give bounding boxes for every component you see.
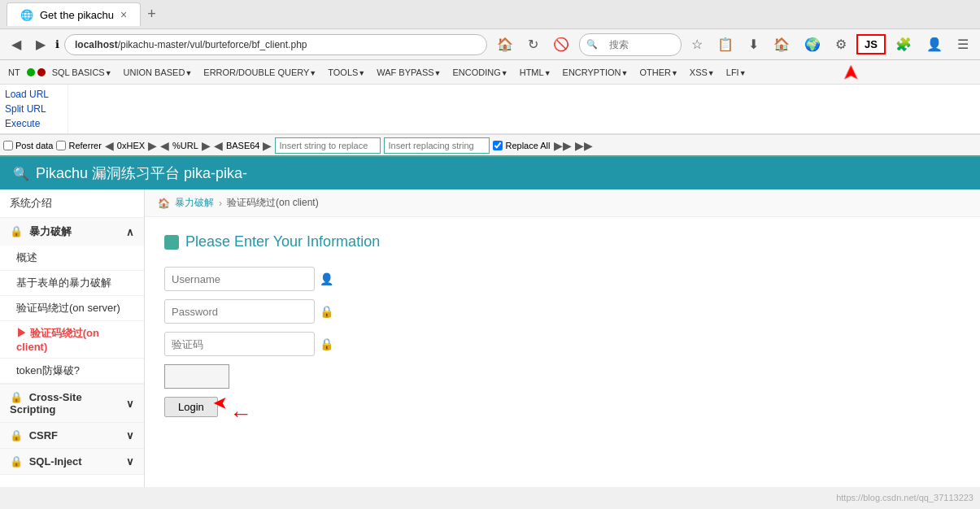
browser-tab[interactable]: 🌐 Get the pikachu × — [7, 2, 141, 26]
content-area: 🏠 暴力破解 › 验证码绕过(on client) Please Enter Y… — [145, 189, 980, 487]
sidebar-section-xss-header[interactable]: 🔒 Cross-Site Scripting ∨ — [0, 385, 144, 422]
sidebar-item-token[interactable]: token防爆破? — [0, 359, 144, 384]
user-button[interactable]: 👤 — [921, 35, 947, 54]
globe-button[interactable]: 🌍 — [799, 35, 825, 54]
captcha-image-container — [164, 364, 960, 389]
referrer-label: Referrer — [68, 141, 101, 150]
referrer-checkbox[interactable] — [56, 141, 66, 150]
content-body: Please Enter Your Information 👤 🔒 🔒 — [145, 217, 980, 442]
arrow-left-2[interactable]: ◀ — [160, 139, 169, 152]
breadcrumb-home-icon: 🏠 — [158, 198, 170, 209]
bookmark-button[interactable]: ☆ — [686, 35, 708, 54]
base64-label: BASE64 — [226, 141, 260, 150]
url-section: Load URL Split URL Execute — [0, 85, 980, 134]
sidebar-item-captcha-client[interactable]: 验证码绕过(on client) — [0, 321, 144, 359]
post-data-label: Post data — [15, 141, 53, 150]
settings-button[interactable]: ⚙ — [830, 35, 852, 54]
sqli-chevron: ∨ — [126, 455, 134, 468]
arrow-left-3[interactable]: ◀ — [214, 139, 223, 152]
loading-icon: ℹ — [55, 38, 59, 50]
home2-button[interactable]: 🏠 — [769, 35, 795, 54]
arrow-right-2[interactable]: ▶ — [202, 139, 211, 152]
replace-all-checkbox[interactable] — [493, 141, 503, 150]
username-group: 👤 — [164, 267, 960, 291]
hex-label: 0xHEX — [117, 141, 145, 150]
tab-close-button[interactable]: × — [120, 8, 127, 21]
refresh-button[interactable]: ↻ — [523, 35, 543, 54]
address-text: localhost/pikachu-master/vul/burteforce/… — [75, 39, 307, 50]
address-bold-part: localhost — [75, 39, 118, 50]
captcha-group: 🔒 — [164, 332, 960, 356]
sqli-icon: 🔒 — [10, 455, 23, 468]
sidebar-item-form-brute[interactable]: 基于表单的暴力破解 — [0, 271, 144, 296]
csrf-label: CSRF — [29, 429, 58, 442]
sidebar-section-csrf-header[interactable]: 🔒 CSRF ∨ — [0, 423, 144, 448]
search-input[interactable] — [601, 34, 674, 55]
address-bar[interactable]: localhost/pikachu-master/vul/burteforce/… — [64, 34, 487, 55]
red-arrow-line: ← — [229, 401, 252, 427]
url-input[interactable] — [68, 85, 980, 127]
new-tab-button[interactable]: + — [141, 2, 163, 26]
js-button[interactable]: JS — [856, 34, 886, 54]
download-button[interactable]: ⬇ — [743, 35, 764, 54]
sidebar-item-overview[interactable]: 概述 — [0, 246, 144, 271]
captcha-input[interactable] — [164, 332, 315, 356]
home-button[interactable]: 🏠 — [492, 35, 518, 54]
ext-error-double[interactable]: ERROR/DOUBLE QUERY▼ — [198, 66, 321, 79]
sidebar-section-csrf: 🔒 CSRF ∨ — [0, 423, 144, 449]
extensions-button[interactable]: 🧩 — [891, 35, 917, 54]
arrow-right-1[interactable]: ▶ — [148, 139, 157, 152]
bruteforce-icon: 🔒 — [10, 225, 23, 237]
username-input[interactable] — [164, 267, 315, 291]
password-group: 🔒 — [164, 299, 960, 324]
ext-encryption[interactable]: ENCRYPTION▼ — [558, 66, 634, 79]
ext-lfi[interactable]: LFI▼ — [721, 66, 751, 79]
ext-other[interactable]: OTHER▼ — [634, 66, 682, 79]
arrow-right-3[interactable]: ▶ — [263, 139, 272, 152]
post-data-checkbox[interactable] — [3, 141, 13, 150]
content-title-text: Please Enter Your Information — [185, 233, 380, 250]
main-layout: 系统介绍 🔒 暴力破解 ∧ 概述 基于表单的暴力破解 验证码绕过(on serv… — [0, 189, 980, 487]
ext-xss[interactable]: XSS▼ — [685, 66, 720, 79]
login-container: Login ➤ ← — [164, 397, 218, 417]
breadcrumb-separator: › — [219, 198, 222, 209]
referrer-item: Referrer — [56, 141, 101, 150]
arrow-right-4[interactable]: ▶▶ — [554, 139, 572, 152]
stop-button[interactable]: 🚫 — [548, 35, 574, 54]
user-icon: 👤 — [320, 272, 333, 285]
execute-button[interactable]: Execute — [3, 117, 64, 130]
ext-sql-basics[interactable]: SQL BASICS▼ — [47, 66, 117, 79]
menu-button[interactable]: ☰ — [952, 35, 973, 54]
hackbar-toolbar: NT SQL BASICS▼ UNION BASED▼ ERROR/DOUBLE… — [0, 60, 980, 85]
insert-replacing-field[interactable] — [384, 137, 490, 154]
back-button[interactable]: ◀ — [7, 35, 26, 54]
password-input[interactable] — [164, 299, 315, 324]
forward-button[interactable]: ▶ — [31, 35, 50, 54]
replace-all-label: Replace All — [505, 141, 550, 150]
content-title: Please Enter Your Information — [164, 233, 960, 250]
breadcrumb-parent-link[interactable]: 暴力破解 — [175, 196, 214, 210]
sidebar-section-bruteforce-header[interactable]: 🔒 暴力破解 ∧ — [0, 218, 144, 246]
ext-encoding[interactable]: ENCODING▼ — [447, 66, 512, 79]
ext-nt[interactable]: NT — [3, 66, 25, 79]
split-url-button[interactable]: Split URL — [3, 102, 64, 115]
login-button[interactable]: Login — [164, 397, 218, 417]
sidebar-item-captcha-server[interactable]: 验证码绕过(on server) — [0, 296, 144, 321]
sidebar-section-sqli-header[interactable]: 🔒 SQL-Inject ∨ — [0, 449, 144, 474]
arrow-left-1[interactable]: ◀ — [105, 139, 114, 152]
load-url-button[interactable]: Load URL — [3, 88, 64, 101]
sidebar-intro[interactable]: 系统介绍 — [0, 189, 144, 218]
ext-html[interactable]: HTML▼ — [515, 66, 556, 79]
ext-tools[interactable]: TOOLS▼ — [323, 66, 370, 79]
xss-icon: 🔒 — [10, 391, 23, 403]
breadcrumb: 🏠 暴力破解 › 验证码绕过(on client) — [145, 189, 980, 217]
arrow-right-5[interactable]: ▶▶ — [575, 139, 593, 152]
post-data-item: Post data — [3, 141, 53, 150]
red-arrow-indicator: ➤ — [213, 393, 228, 414]
ext-union-based[interactable]: UNION BASED▼ — [119, 66, 198, 79]
reader-button[interactable]: 📋 — [712, 35, 738, 54]
browser-title-bar: 🌐 Get the pikachu × + — [0, 0, 980, 29]
ext-waf-bypass[interactable]: WAF BYPASS▼ — [372, 66, 446, 79]
csrf-icon: 🔒 — [10, 429, 23, 442]
insert-replace-field[interactable] — [275, 137, 381, 154]
